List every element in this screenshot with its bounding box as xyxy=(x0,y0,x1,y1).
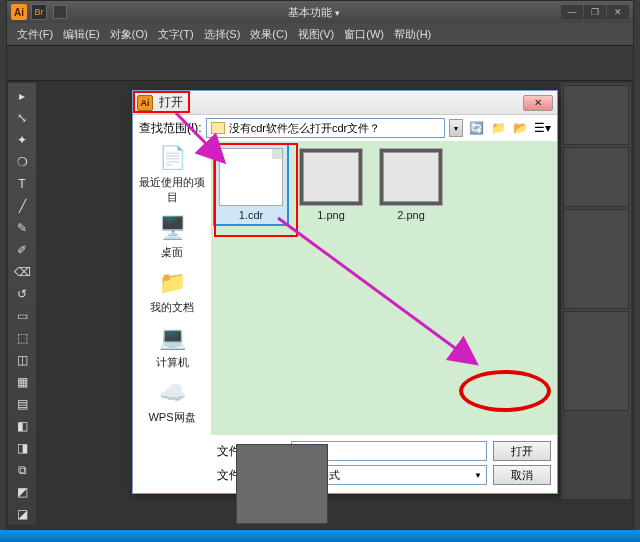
tool-direct[interactable]: ⤡ xyxy=(10,108,34,128)
desktop-icon: 🖥️ xyxy=(154,213,190,243)
panel-stub-2[interactable] xyxy=(563,147,629,207)
cloud-icon: ☁️ xyxy=(154,378,190,408)
tool-rotate[interactable]: ↺ xyxy=(10,284,34,304)
tool-mesh[interactable]: ▤ xyxy=(10,394,34,414)
tool-eyedrop[interactable]: ⧉ xyxy=(10,460,34,480)
menu-type[interactable]: 文字(T) xyxy=(154,25,198,44)
cancel-button[interactable]: 取消 xyxy=(493,465,551,485)
file-thumb-img-icon xyxy=(299,148,363,206)
tool-eraser[interactable]: ⌫ xyxy=(10,262,34,282)
newfolder-icon[interactable]: 📂 xyxy=(511,119,529,137)
file-thumb-doc-icon xyxy=(219,148,283,206)
file-name-label: 1.png xyxy=(298,209,364,221)
toolbar-stub-icon[interactable] xyxy=(53,5,67,19)
tool-rect[interactable]: ▭ xyxy=(10,306,34,326)
place-wps[interactable]: ☁️ WPS网盘 xyxy=(137,378,207,425)
tool-pen[interactable]: ✎ xyxy=(10,218,34,238)
tool-artboard[interactable]: ◩ xyxy=(10,482,34,502)
toolbox: ▸ ⤡ ✦ ❍ T ╱ ✎ ✐ ⌫ ↺ ▭ ⬚ ◫ ▦ ▤ ◧ ◨ ⧉ ◩ ◪ xyxy=(8,83,36,525)
restore-button[interactable]: ❐ xyxy=(584,5,606,19)
menu-effect[interactable]: 效果(C) xyxy=(246,25,291,44)
file-thumb-img-icon xyxy=(379,148,443,206)
tool-line[interactable]: ╱ xyxy=(10,196,34,216)
menu-window[interactable]: 窗口(W) xyxy=(340,25,388,44)
preview-box xyxy=(236,444,328,524)
minimize-button[interactable]: — xyxy=(561,5,583,19)
back-icon[interactable]: 🔄 xyxy=(467,119,485,137)
file-area: 1.cdr 1.png 2.png 文件名(N): 打开 文 xyxy=(211,141,557,493)
app-logo-icon: Ai xyxy=(11,4,27,20)
workspace-label[interactable]: 基本功能 xyxy=(67,5,561,20)
documents-icon: 📁 xyxy=(154,268,190,298)
menu-file[interactable]: 文件(F) xyxy=(13,25,57,44)
folder-icon xyxy=(211,122,225,134)
recent-icon: 📄 xyxy=(154,143,190,173)
file-name-label: 1.cdr xyxy=(218,209,284,221)
chevron-down-icon: ▼ xyxy=(474,471,482,480)
place-label: WPS网盘 xyxy=(137,410,207,425)
dialog-close-button[interactable]: ✕ xyxy=(523,95,553,111)
up-icon[interactable]: 📁 xyxy=(489,119,507,137)
place-label: 最近使用的项目 xyxy=(137,175,207,205)
dialog-titlebar: Ai 打开 ✕ xyxy=(133,91,557,115)
tool-blend[interactable]: ◨ xyxy=(10,438,34,458)
menu-bar: 文件(F) 编辑(E) 对象(O) 文字(T) 选择(S) 效果(C) 视图(V… xyxy=(7,23,633,45)
dialog-body: 📄 最近使用的项目 🖥️ 桌面 📁 我的文档 💻 计算机 ☁️ WPS网盘 xyxy=(133,141,557,493)
close-button[interactable]: ✕ xyxy=(607,5,629,19)
panel-dock xyxy=(561,83,631,499)
dialog-app-icon: Ai xyxy=(137,95,153,111)
menu-select[interactable]: 选择(S) xyxy=(200,25,245,44)
place-documents[interactable]: 📁 我的文档 xyxy=(137,268,207,315)
place-computer[interactable]: 💻 计算机 xyxy=(137,323,207,370)
tool-lasso[interactable]: ❍ xyxy=(10,152,34,172)
title-bar: Ai Br 基本功能 — ❐ ✕ xyxy=(7,1,633,23)
file-item-2-png[interactable]: 2.png xyxy=(375,145,447,224)
tool-wand[interactable]: ✦ xyxy=(10,130,34,150)
file-list[interactable]: 1.cdr 1.png 2.png xyxy=(211,141,557,435)
computer-icon: 💻 xyxy=(154,323,190,353)
dialog-title: 打开 xyxy=(159,94,523,111)
menu-view[interactable]: 视图(V) xyxy=(294,25,339,44)
open-button[interactable]: 打开 xyxy=(493,441,551,461)
lookin-dropdown-arrow[interactable]: ▾ xyxy=(449,119,463,137)
viewmenu-icon[interactable]: ☰▾ xyxy=(533,119,551,137)
lookin-row: 查找范围(I): 没有cdr软件怎么打开cdr文件？ ▾ 🔄 📁 📂 ☰▾ xyxy=(133,115,557,141)
place-recent[interactable]: 📄 最近使用的项目 xyxy=(137,143,207,205)
tool-shape[interactable]: ⬚ xyxy=(10,328,34,348)
panel-stub-3[interactable] xyxy=(563,209,629,309)
control-bar xyxy=(7,45,633,81)
place-label: 计算机 xyxy=(137,355,207,370)
tool-type[interactable]: T xyxy=(10,174,34,194)
file-item-1-png[interactable]: 1.png xyxy=(295,145,367,224)
places-bar: 📄 最近使用的项目 🖥️ 桌面 📁 我的文档 💻 计算机 ☁️ WPS网盘 xyxy=(133,141,211,493)
place-label: 我的文档 xyxy=(137,300,207,315)
tool-gradient[interactable]: ◧ xyxy=(10,416,34,436)
tool-selection[interactable]: ▸ xyxy=(10,86,34,106)
tool-graph[interactable]: ▦ xyxy=(10,372,34,392)
taskbar[interactable] xyxy=(0,530,640,542)
file-name-label: 2.png xyxy=(378,209,444,221)
open-dialog: Ai 打开 ✕ 查找范围(I): 没有cdr软件怎么打开cdr文件？ ▾ 🔄 📁… xyxy=(132,90,558,494)
lookin-path: 没有cdr软件怎么打开cdr文件？ xyxy=(229,121,381,136)
tool-grid[interactable]: ◫ xyxy=(10,350,34,370)
lookin-label: 查找范围(I): xyxy=(139,120,202,137)
bridge-logo-icon[interactable]: Br xyxy=(31,4,47,20)
menu-edit[interactable]: 编辑(E) xyxy=(59,25,104,44)
tool-pencil[interactable]: ✐ xyxy=(10,240,34,260)
panel-stub-1[interactable] xyxy=(563,85,629,145)
place-desktop[interactable]: 🖥️ 桌面 xyxy=(137,213,207,260)
menu-help[interactable]: 帮助(H) xyxy=(390,25,435,44)
place-label: 桌面 xyxy=(137,245,207,260)
file-item-1-cdr[interactable]: 1.cdr xyxy=(215,145,287,224)
panel-stub-4[interactable] xyxy=(563,311,629,411)
menu-object[interactable]: 对象(O) xyxy=(106,25,152,44)
tool-slice[interactable]: ◪ xyxy=(10,504,34,524)
lookin-dropdown[interactable]: 没有cdr软件怎么打开cdr文件？ xyxy=(206,118,445,138)
